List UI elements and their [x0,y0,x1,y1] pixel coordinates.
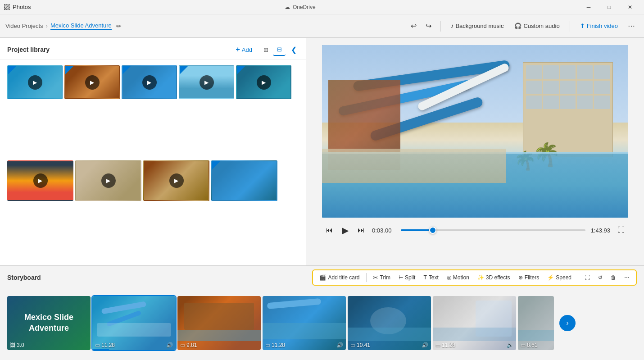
image-icon: 🖼 [10,342,15,348]
edit-title-icon[interactable]: ✏ [116,23,122,30]
undo-button[interactable]: ↩ [407,20,420,32]
toolbar-sep-2 [578,273,578,282]
more-button[interactable]: ⋯ [621,273,633,283]
speed-icon: ⚡ [547,274,554,281]
grid-small-view-button[interactable]: ⊞ [259,43,272,56]
add-title-card-button[interactable]: 🎬 Add title card [316,273,363,283]
split-button[interactable]: ⊢ Split [395,273,419,283]
close-button[interactable]: ✕ [620,0,640,14]
collapse-panel-button[interactable]: ❮ [289,44,299,56]
video-controls: ⏮ ▶ ⏭ 0:03.00 1:43.93 ⛶ [322,223,628,237]
headphone-icon: 🎧 [514,23,522,29]
play-overlay: ▶ [169,173,184,188]
finish-video-button[interactable]: ⬆ Finish video [576,20,622,32]
video-preview-panel: 🌴 🌴 ⏮ ▶ ⏭ 0:03.00 [306,38,644,265]
video-clip-2[interactable]: ▭ 11.28 🔊 [92,296,176,350]
filters-button[interactable]: ⊕ Filters [515,273,543,283]
play-overlay: ▶ [85,75,100,90]
trim-button[interactable]: ✂ Trim [369,272,395,283]
progress-thumb[interactable] [429,227,436,234]
resize-button[interactable]: ⛶ [581,273,594,283]
3d-label: 3D effects [486,274,510,281]
video-icon: ▭ [180,342,185,348]
maximize-button[interactable]: □ [599,0,620,14]
video-icon: ▭ [265,342,270,348]
media-item[interactable]: ▶ [236,65,291,99]
plus-icon: + [236,46,240,54]
grid-large-view-button[interactable]: ⊟ [273,43,286,56]
video-clip-5[interactable]: ▭ 10.41 🔊 [348,296,431,350]
media-item[interactable] [211,160,277,201]
clip-3-duration: ▭ 9.81 [180,342,197,348]
delete-button[interactable]: 🗑 [607,273,620,283]
add-media-button[interactable]: + Add [232,44,256,55]
video-clip-6[interactable]: ▭ 11.28 🔊 [433,296,516,350]
clip-2-duration: ▭ 11.28 [95,342,115,348]
selected-indicator [65,66,73,74]
media-item[interactable]: ▶ [179,65,234,99]
breadcrumb-parent[interactable]: Video Projects [5,23,43,29]
media-item[interactable]: ▶ [122,65,177,99]
split-icon: ⊢ [399,274,403,281]
motion-button[interactable]: ◎ Motion [443,273,473,283]
media-item[interactable]: ▶ [7,65,63,99]
app-icon: 🖼 [4,4,10,11]
selected-indicator [8,66,16,74]
clip-5-duration: ▭ 10.41 [350,342,370,348]
media-item[interactable]: ▶ [143,160,209,201]
clip-2-audio: 🔊 [166,342,173,348]
text-icon: T [423,274,426,281]
title-clip-text: Mexico SlideAdventure [21,309,77,337]
video-clip-4[interactable]: ▭ 11.28 🔊 [263,296,346,350]
project-library-title: Project library [7,46,232,53]
media-item[interactable]: ▶ [7,160,73,201]
background-music-button[interactable]: ♪ Background music [446,20,508,32]
duration-val: 11.28 [272,342,285,348]
video-clip-7[interactable]: ▭ 8.61 [518,296,554,350]
music-icon: ♪ [451,23,454,29]
rotate-button[interactable]: ↺ [594,273,606,283]
clip-7-duration: ▭ 8.61 [521,342,537,348]
title-clip[interactable]: Mexico SlideAdventure 🖼 3.0 [7,296,91,350]
background-music-label: Background music [455,23,503,29]
progress-bar[interactable] [401,229,585,231]
media-item[interactable]: ▶ [64,65,120,99]
skip-forward-button[interactable]: ⏭ [356,224,367,236]
custom-audio-button[interactable]: 🎧 Custom audio [510,20,564,32]
current-time: 0:03.00 [372,227,395,234]
title-clip-duration: 🖼 3.0 [10,342,24,348]
add-label: Add [242,46,252,53]
video-clip-3[interactable]: ▭ 9.81 [177,296,261,350]
progress-fill [401,229,433,231]
media-item[interactable]: ▶ [75,160,141,201]
speed-button[interactable]: ⚡ Speed [544,273,575,283]
media-grid: ▶ ▶ ▶ ▶ ▶ ▶ ▶ [0,60,306,265]
storyboard-area: Storyboard 🎬 Add title card ✂ Trim ⊢ Spl… [0,265,644,360]
trim-icon: ✂ [373,274,378,281]
duration-val: 11.28 [442,342,455,348]
video-icon: ▭ [350,342,355,348]
scroll-next-button[interactable]: › [559,315,576,331]
fullscreen-button[interactable]: ⛶ [616,224,626,236]
view-toggle: ⊞ ⊟ [259,43,286,56]
toolbar-sep [366,273,367,282]
video-icon: ▭ [435,342,440,348]
onedrive-icon: ☁ [285,4,290,10]
play-overlay: ▶ [257,75,271,90]
clip-6-duration: ▭ 11.28 [435,342,455,348]
text-button[interactable]: T Text [420,273,442,283]
skip-back-button[interactable]: ⏮ [324,224,335,236]
breadcrumb: Video Projects › Mexico Slide Adventure … [5,22,122,30]
split-label: Split [405,274,415,281]
redo-button[interactable]: ↪ [422,20,435,32]
play-button[interactable]: ▶ [340,223,350,237]
3d-effects-button[interactable]: ✨ 3D effects [474,273,514,283]
play-overlay: ▶ [101,173,116,188]
main-area: Project library + Add ⊞ ⊟ ❮ ▶ [0,38,644,265]
more-options-button[interactable]: ⋯ [624,20,639,32]
minimize-button[interactable]: ─ [578,0,599,14]
toolbar-sep-2 [570,21,570,32]
breadcrumb-current: Mexico Slide Adventure [50,22,112,30]
toolbar-sep-1 [440,21,441,32]
duration-val: 11.28 [101,342,115,348]
